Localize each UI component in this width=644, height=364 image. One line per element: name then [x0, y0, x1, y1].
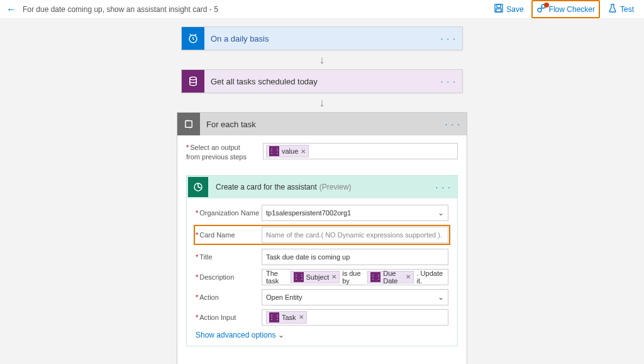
save-icon: [494, 3, 504, 15]
token-label: Task: [282, 314, 296, 321]
org-name-label: *Organization Name: [196, 209, 262, 217]
svg-rect-2: [496, 9, 501, 12]
trigger-card[interactable]: On a daily basis · · ·: [181, 26, 463, 50]
top-actions: Save Flow Checker Test: [490, 0, 638, 18]
foreach-header[interactable]: For each task · · ·: [177, 113, 467, 135]
create-card-action: Create a card for the assistant(Preview)…: [186, 175, 458, 346]
flow-checker-icon: [536, 3, 547, 15]
token-icon: ⋮⋮: [370, 272, 380, 282]
select-output-input[interactable]: ⋮⋮ value ✕: [263, 143, 458, 159]
foreach-body: *Select an output from previous steps ⋮⋮…: [177, 135, 467, 364]
arrow-down-icon: ↓: [319, 97, 325, 108]
svg-rect-7: [186, 121, 192, 128]
card-name-row: *Card Name Name of the card.( NO Dynamic…: [194, 225, 450, 245]
org-name-row: *Organization Name tp1salespersistent700…: [196, 205, 448, 221]
title-label: *Title: [196, 253, 262, 261]
foreach-title: For each task: [200, 120, 445, 129]
preview-tag: (Preview): [319, 183, 352, 191]
top-bar: ← For due date coming up, show an assist…: [0, 0, 644, 19]
token-icon: ⋮⋮: [269, 312, 279, 322]
title-row: *Title Task due date is coming up: [196, 249, 448, 265]
notification-dot-icon: [544, 3, 549, 8]
action-row: *Action Open Entity ⌄: [196, 289, 448, 305]
token-label: Due Date: [383, 270, 403, 285]
card-name-input[interactable]: Name of the card.( NO Dynamic expression…: [262, 227, 448, 243]
subject-token[interactable]: ⋮⋮ Subject ✕: [291, 271, 340, 283]
flow-checker-label: Flow Checker: [549, 5, 595, 14]
action-value: Open Entity: [266, 293, 302, 301]
card-icon: [188, 177, 208, 197]
loop-icon: [177, 113, 200, 135]
description-input[interactable]: The task ⋮⋮ Subject ✕ is due by ⋮⋮ Due D…: [262, 269, 448, 285]
svg-rect-1: [497, 4, 501, 8]
action-input-row: *Action Input ⋮⋮ Task ✕: [196, 309, 448, 326]
desc-text-post: . Update it.: [416, 270, 444, 285]
get-tasks-title: Get all tasks scheduled today: [204, 77, 441, 86]
token-remove-icon[interactable]: ✕: [406, 273, 411, 280]
description-label: *Description: [196, 273, 262, 281]
chevron-down-icon: ⌄: [438, 293, 444, 302]
back-arrow-icon[interactable]: ←: [6, 4, 16, 15]
foreach-card: For each task · · · *Select an output fr…: [177, 112, 467, 364]
duedate-token[interactable]: ⋮⋮ Due Date ✕: [367, 271, 414, 283]
flow-checker-button[interactable]: Flow Checker: [531, 0, 600, 18]
save-button[interactable]: Save: [490, 1, 527, 17]
token-remove-icon[interactable]: ✕: [299, 314, 304, 321]
arrow-down-icon: ↓: [319, 54, 325, 65]
token-label: Subject: [306, 273, 330, 281]
create-card-body: *Organization Name tp1salespersistent700…: [187, 198, 457, 346]
description-row: *Description The task ⋮⋮ Subject ✕ is du…: [196, 269, 448, 285]
token-remove-icon[interactable]: ✕: [301, 148, 306, 155]
test-icon: [608, 3, 618, 15]
save-label: Save: [506, 5, 523, 14]
show-advanced-label: Show advanced options: [196, 331, 275, 339]
token-label: value: [282, 147, 298, 155]
create-card-title: Create a card for the assistant(Preview): [209, 183, 436, 191]
task-token[interactable]: ⋮⋮ Task ✕: [266, 311, 307, 324]
chevron-down-icon: ⌄: [278, 331, 284, 339]
create-card-header[interactable]: Create a card for the assistant(Preview)…: [187, 176, 457, 198]
trigger-title: On a daily basis: [204, 34, 441, 43]
test-button[interactable]: Test: [604, 1, 638, 17]
get-tasks-menu-button[interactable]: · · ·: [441, 76, 456, 86]
token-icon: ⋮⋮: [269, 146, 279, 156]
org-name-value: tp1salespersistent7002org1: [266, 209, 351, 217]
svg-point-6: [190, 77, 197, 80]
clock-icon: [182, 27, 204, 50]
token-remove-icon[interactable]: ✕: [331, 273, 336, 280]
org-name-dropdown[interactable]: tp1salespersistent7002org1 ⌄: [262, 205, 448, 221]
select-output-row: *Select an output from previous steps ⋮⋮…: [186, 143, 458, 162]
trigger-menu-button[interactable]: · · ·: [441, 33, 456, 43]
create-card-menu-button[interactable]: · · ·: [436, 182, 451, 192]
foreach-menu-button[interactable]: · · ·: [445, 119, 460, 129]
desc-text-pre: The task: [266, 270, 288, 285]
value-token[interactable]: ⋮⋮ value ✕: [266, 145, 309, 157]
title-input[interactable]: Task due date is coming up: [262, 249, 448, 265]
get-tasks-header[interactable]: Get all tasks scheduled today · · ·: [182, 70, 462, 93]
flow-canvas: On a daily basis · · · ↓ Get all tasks s…: [0, 19, 644, 364]
flow-title: For due date coming up, show an assistan…: [23, 5, 490, 14]
action-label: *Action: [196, 293, 262, 301]
select-output-label: *Select an output from previous steps: [186, 143, 255, 162]
action-input-label: *Action Input: [196, 314, 262, 321]
action-dropdown[interactable]: Open Entity ⌄: [262, 289, 448, 305]
show-advanced-button[interactable]: Show advanced options ⌄: [196, 331, 448, 339]
get-tasks-card[interactable]: Get all tasks scheduled today · · ·: [181, 69, 463, 93]
action-input-field[interactable]: ⋮⋮ Task ✕: [262, 309, 448, 326]
test-label: Test: [620, 5, 634, 14]
chevron-down-icon: ⌄: [438, 208, 444, 217]
card-name-label: *Card Name: [196, 231, 262, 239]
trigger-header[interactable]: On a daily basis · · ·: [182, 27, 462, 50]
required-asterisk: *: [186, 144, 189, 151]
token-icon: ⋮⋮: [294, 272, 304, 282]
database-icon: [182, 70, 204, 93]
desc-text-mid: is due by: [342, 270, 365, 285]
